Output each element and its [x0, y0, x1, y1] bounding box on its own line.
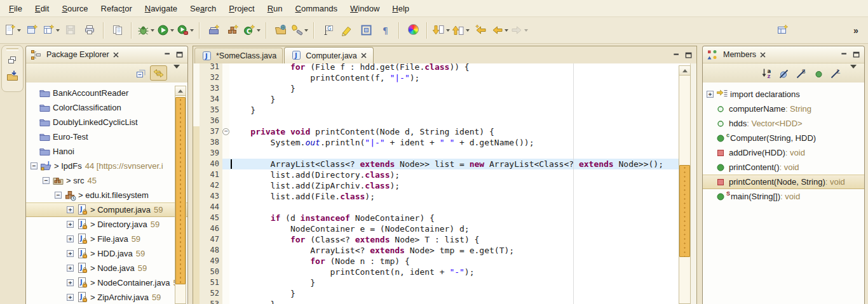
expander-minus[interactable]: − — [55, 192, 62, 199]
code-line[interactable]: 31 for (File f : hdd.get(File.class)) { — [193, 63, 679, 72]
close-icon[interactable] — [759, 51, 766, 58]
line-number[interactable]: 48 — [200, 245, 222, 256]
forward-dropdown-arrow[interactable] — [524, 29, 528, 32]
line-number[interactable]: 47 — [200, 234, 222, 245]
member-item[interactable]: +import declarations — [703, 87, 864, 102]
scrollbar-thumb[interactable] — [679, 165, 690, 257]
line-number[interactable]: 51 — [200, 277, 222, 288]
new-project-button[interactable] — [204, 22, 223, 39]
restore-view-button[interactable] — [5, 53, 20, 68]
code-line[interactable]: 42 list.add(ZipArchiv.class); — [193, 180, 679, 191]
back-dropdown-arrow[interactable] — [505, 29, 508, 32]
menu-search[interactable]: Search — [184, 1, 222, 16]
print-button[interactable] — [80, 22, 99, 39]
mark-occurrences-button[interactable]: G — [318, 22, 337, 39]
line-number[interactable]: 36 — [200, 116, 222, 126]
menu-help[interactable]: Help — [386, 1, 416, 16]
tree-item[interactable]: BankAccountReader — [26, 86, 187, 100]
member-item[interactable]: computerName : String — [703, 102, 864, 116]
tree-item[interactable]: −J> IpdFs44 [https://svnserver.i — [26, 159, 187, 173]
line-number[interactable]: 50 — [200, 267, 222, 277]
scrollbar-thumb[interactable] — [175, 97, 186, 284]
member-item[interactable]: hdds : Vector<HDD> — [703, 116, 864, 131]
code-editor[interactable]: 31 for (File f : hdd.get(File.class)) {3… — [193, 63, 696, 304]
scroll-up-arrow[interactable] — [175, 86, 186, 96]
run-button[interactable] — [156, 22, 175, 39]
member-item[interactable]: printContent(Node, String) : void — [703, 175, 864, 189]
view-menu-button[interactable] — [845, 66, 861, 80]
code-line[interactable]: 45 if (d instanceof NodeContainer) { — [193, 213, 679, 223]
tree-item[interactable]: Euro-Test — [26, 129, 187, 144]
line-number[interactable]: 39 — [200, 148, 222, 159]
member-item[interactable]: cComputer(String, HDD) — [703, 131, 864, 145]
code-line[interactable]: 33 } — [193, 83, 679, 94]
code-line[interactable]: 44 — [193, 202, 679, 213]
expander-minus[interactable]: − — [31, 162, 37, 169]
next-annotation-dropdown-arrow[interactable] — [446, 29, 450, 32]
code-line[interactable]: 46 NodeContainer e = (NodeContainer) d; — [193, 223, 679, 234]
code-line[interactable]: 38 System.out.println("|-" + ident + " "… — [193, 137, 679, 148]
search-dropdown-arrow[interactable] — [304, 29, 308, 32]
run-external-dropdown-arrow[interactable] — [190, 29, 194, 32]
fast-view-handle[interactable] — [6, 48, 18, 51]
line-number[interactable]: 37 — [200, 126, 222, 137]
editor-tab-someclassjava[interactable]: J*SomeClass.java — [194, 48, 283, 63]
new-view-dropdown-arrow[interactable] — [56, 29, 60, 32]
open-resource-button[interactable] — [271, 22, 290, 39]
member-item[interactable]: addDrive(HDD) : void — [703, 145, 864, 160]
menu-navigate[interactable]: Navigate — [139, 1, 184, 16]
open-perspective-button[interactable] — [5, 68, 20, 83]
menu-commands[interactable]: Commands — [289, 1, 344, 16]
line-number[interactable]: 33 — [200, 83, 222, 94]
line-number[interactable]: 34 — [200, 94, 222, 105]
line-number[interactable]: 41 — [200, 169, 222, 180]
code-line[interactable]: 39 — [193, 148, 679, 159]
expander-plus[interactable]: + — [67, 279, 74, 286]
tree-item[interactable]: +J> NodeContainer.java59 — [26, 275, 187, 290]
line-number[interactable]: 45 — [200, 213, 222, 223]
tree-item[interactable]: Hanoi — [26, 144, 187, 159]
fold-collapse-icon[interactable]: − — [222, 128, 229, 135]
expander-plus[interactable]: + — [707, 91, 714, 98]
expander-plus[interactable]: + — [67, 250, 74, 257]
line-number[interactable]: 52 — [200, 288, 222, 299]
member-item[interactable]: printContent() : void — [703, 160, 864, 175]
tree-item[interactable]: −> src45 — [26, 173, 187, 188]
color-wheel-button[interactable] — [403, 22, 423, 39]
maximize-button[interactable] — [175, 50, 185, 60]
new-view-button[interactable] — [41, 22, 61, 39]
line-number[interactable]: 46 — [200, 223, 222, 234]
menu-refactor[interactable]: Refactor — [95, 1, 139, 16]
expander-plus[interactable]: + — [67, 235, 74, 242]
code-line[interactable]: 51 } — [193, 277, 679, 288]
debug-button[interactable] — [136, 22, 156, 39]
new-wizard-dropdown-arrow[interactable] — [17, 29, 21, 32]
line-number[interactable]: 49 — [200, 256, 222, 267]
maximize-button[interactable] — [684, 51, 694, 60]
code-line[interactable]: 41 list.add(Directory.class); — [193, 169, 679, 180]
collapse-all-button[interactable] — [133, 66, 149, 80]
line-number[interactable]: 35 — [200, 105, 222, 116]
tree-item[interactable]: +J> ZipArchiv.java59 — [26, 290, 187, 304]
menu-run[interactable]: Run — [261, 1, 289, 16]
debug-dropdown-arrow[interactable] — [151, 29, 154, 32]
expander-plus[interactable]: + — [67, 294, 74, 301]
close-icon[interactable] — [112, 51, 119, 58]
package-explorer-scrollbar[interactable] — [175, 86, 186, 304]
run-external-button[interactable] — [175, 22, 195, 39]
expander-plus[interactable]: + — [67, 221, 74, 228]
next-annotation-button[interactable] — [431, 22, 451, 39]
chevrons-button[interactable]: » — [846, 22, 865, 39]
close-icon[interactable] — [360, 52, 367, 59]
show-selected-element-button[interactable] — [356, 22, 376, 39]
hide-fields-button[interactable] — [776, 66, 792, 80]
line-number[interactable]: 38 — [200, 137, 222, 148]
new-window-button[interactable] — [22, 22, 41, 39]
scroll-up-arrow[interactable] — [679, 66, 690, 76]
maximize-button[interactable] — [851, 50, 862, 60]
code-line[interactable]: 35 } — [193, 105, 679, 116]
minimize-button[interactable] — [672, 51, 682, 60]
line-number[interactable]: 44 — [200, 202, 222, 213]
editor-tab-computerjava[interactable]: JComputer.java — [284, 47, 374, 63]
menu-source[interactable]: Source — [55, 1, 94, 16]
